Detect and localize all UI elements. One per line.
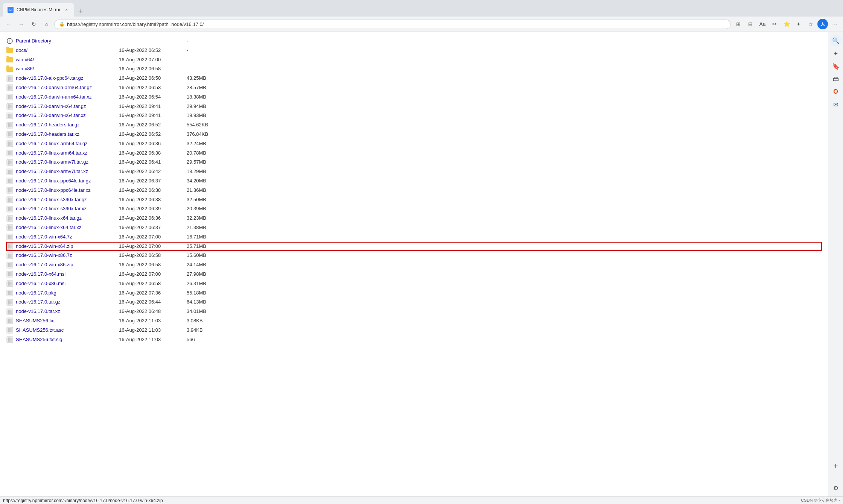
sidebar-copilot-icon[interactable]: ✦ [830,48,841,59]
file-link[interactable]: node-v16.17.0-darwin-arm64.tar.gz [16,84,92,92]
file-link[interactable]: node-v16.17.0-aix-ppc64.tar.gz [16,74,83,82]
file-row: node-v16.17.0-darwin-x64.tar.gz 16-Aug-2… [6,102,822,111]
add-favorites-button[interactable]: ☆ [805,19,816,29]
file-link[interactable]: node-v16.17.0-linux-x64.tar.gz [16,214,82,222]
close-tab-button[interactable]: × [64,7,70,13]
file-icon [6,187,14,194]
file-link[interactable]: SHASUMS256.txt.sig [16,336,62,344]
refresh-button[interactable]: ↻ [29,19,39,29]
file-date: 16-Aug-2022 06:42 [119,168,187,176]
file-link[interactable]: win-x64/ [16,56,34,64]
file-name-col: node-v16.17.0-darwin-x64.tar.xz [6,112,119,120]
file-link[interactable]: win-x86/ [16,65,34,73]
file-link[interactable]: node-v16.17.0-x86.msi [16,280,65,288]
file-row: node-v16.17.0-win-x64.7z 16-Aug-2022 07:… [6,232,822,242]
file-name-col: node-v16.17.0-linux-armv7l.tar.xz [6,168,119,176]
sidebar-outlook-icon[interactable]: ✉ [830,99,841,110]
file-icon [6,196,14,203]
file-link[interactable]: node-v16.17.0-darwin-x64.tar.gz [16,103,86,111]
home-button[interactable]: ⌂ [41,19,52,29]
file-row: SHASUMS256.txt.sig 16-Aug-2022 11:03 566 [6,335,822,345]
sidebar-bookmarks-icon[interactable]: 🔖 [830,61,841,72]
file-link[interactable]: node-v16.17.0-linux-armv7l.tar.gz [16,158,88,166]
file-date: 16-Aug-2022 07:00 [119,233,187,241]
file-link[interactable]: node-v16.17.0-linux-x64.tar.xz [16,224,81,232]
file-link[interactable]: node-v16.17.0-linux-s390x.tar.gz [16,196,87,204]
file-link[interactable]: node-v16.17.0-linux-arm64.tar.gz [16,140,88,148]
file-link[interactable]: node-v16.17.0-win-x64.7z [16,233,72,241]
file-name-col: node-v16.17.0-headers.tar.xz [6,131,119,138]
sidebar-search-icon[interactable]: 🔍 [830,35,841,46]
file-date: 16-Aug-2022 06:58 [119,280,187,288]
profile-button[interactable]: 人 [817,19,828,29]
file-row: SHASUMS256.txt 16-Aug-2022 11:03 3.08KB [6,316,822,326]
file-name-col: SHASUMS256.txt.asc [6,326,119,334]
file-link[interactable]: node-v16.17.0-win-x64.zip [16,243,73,250]
file-link[interactable]: node-v16.17.0-linux-armv7l.tar.xz [16,168,88,176]
active-tab[interactable]: N CNPM Binaries Mirror × [3,3,74,17]
file-size: 3.94KB [187,326,224,334]
file-row: node-v16.17.0-linux-x64.tar.xz 16-Aug-20… [6,223,822,232]
file-row: node-v16.17.0-linux-ppc64le.tar.gz 16-Au… [6,176,822,186]
tab-search-button[interactable]: ⊞ [733,19,744,29]
file-date: 16-Aug-2022 06:38 [119,187,187,194]
split-button[interactable]: ⊟ [745,19,756,29]
sidebar-settings-icon[interactable]: ⚙ [830,482,841,493]
read-aloud-button[interactable]: Aa [757,19,768,29]
file-name-col: node-v16.17.0-linux-ppc64le.tar.gz [6,177,119,185]
file-link[interactable]: node-v16.17.0.tar.xz [16,308,60,316]
back-button[interactable]: ← [3,19,14,29]
file-size: 34.20MB [187,177,224,185]
file-link[interactable]: node-v16.17.0-linux-s390x.tar.xz [16,205,87,213]
file-link[interactable]: node-v16.17.0-darwin-arm64.tar.xz [16,93,92,101]
address-bar[interactable]: 🔒 https://registry.npmmirror.com/binary.… [54,20,731,29]
file-link[interactable]: node-v16.17.0-x64.msi [16,270,65,278]
sidebar-collections-icon[interactable]: 🗃 [830,73,841,85]
file-name-col: node-v16.17.0-win-x64.zip [6,243,119,250]
file-name-col: node-v16.17.0-linux-arm64.tar.gz [6,140,119,148]
file-link[interactable]: node-v16.17.0-darwin-x64.tar.xz [16,112,86,120]
sidebar-add-button[interactable]: + [830,460,841,472]
settings-button[interactable]: ⋯ [829,19,840,29]
parent-directory-link[interactable]: Parent Directory [16,37,51,45]
file-size: 32.50MB [187,196,224,204]
web-capture-button[interactable]: ✂ [769,19,780,29]
file-link[interactable]: node-v16.17.0.pkg [16,289,56,297]
new-tab-button[interactable]: + [76,6,86,17]
file-icon [6,205,14,213]
parent-dir-name-col: ↑ Parent Directory [6,37,119,45]
file-icon [6,317,14,325]
forward-button[interactable]: → [16,19,26,29]
file-link[interactable]: docs/ [16,47,27,55]
file-link[interactable]: node-v16.17.0-headers.tar.xz [16,131,79,138]
file-link[interactable]: node-v16.17.0-linux-arm64.tar.xz [16,149,87,157]
file-name-col: node-v16.17.0-x64.msi [6,270,119,278]
file-size: 27.98MB [187,270,224,278]
folder-icon [6,56,14,64]
file-date: 16-Aug-2022 06:38 [119,196,187,204]
file-name-col: node-v16.17.0-darwin-arm64.tar.gz [6,84,119,92]
file-row: SHASUMS256.txt.asc 16-Aug-2022 11:03 3.9… [6,326,822,335]
file-icon [6,233,14,241]
file-size: 20.78MB [187,149,224,157]
file-date: 16-Aug-2022 06:39 [119,205,187,213]
file-link[interactable]: node-v16.17.0.tar.gz [16,298,61,306]
file-size: 16.71MB [187,233,224,241]
favorites-button[interactable]: ⭐ [781,19,792,29]
file-link[interactable]: node-v16.17.0-linux-ppc64le.tar.xz [16,187,91,194]
file-link[interactable]: node-v16.17.0-headers.tar.gz [16,121,80,129]
file-link[interactable]: node-v16.17.0-win-x86.7z [16,252,72,260]
folder-icon [6,47,14,54]
file-date: 16-Aug-2022 07:00 [119,243,187,250]
file-row: node-v16.17.0-aix-ppc64.tar.gz 16-Aug-20… [6,74,822,83]
file-name-col: node-v16.17.0-darwin-x64.tar.gz [6,103,119,111]
file-icon [6,289,14,297]
file-row: win-x64/ 16-Aug-2022 07:00 - [6,55,822,65]
copilot-button[interactable]: ✦ [793,19,804,29]
file-link[interactable]: node-v16.17.0-win-x86.zip [16,261,73,269]
file-link[interactable]: SHASUMS256.txt [16,317,55,325]
file-link[interactable]: node-v16.17.0-linux-ppc64le.tar.gz [16,177,91,185]
file-link[interactable]: SHASUMS256.txt.asc [16,326,64,334]
file-row: node-v16.17.0-darwin-x64.tar.xz 16-Aug-2… [6,111,822,120]
sidebar-office-icon[interactable]: O [830,86,841,97]
